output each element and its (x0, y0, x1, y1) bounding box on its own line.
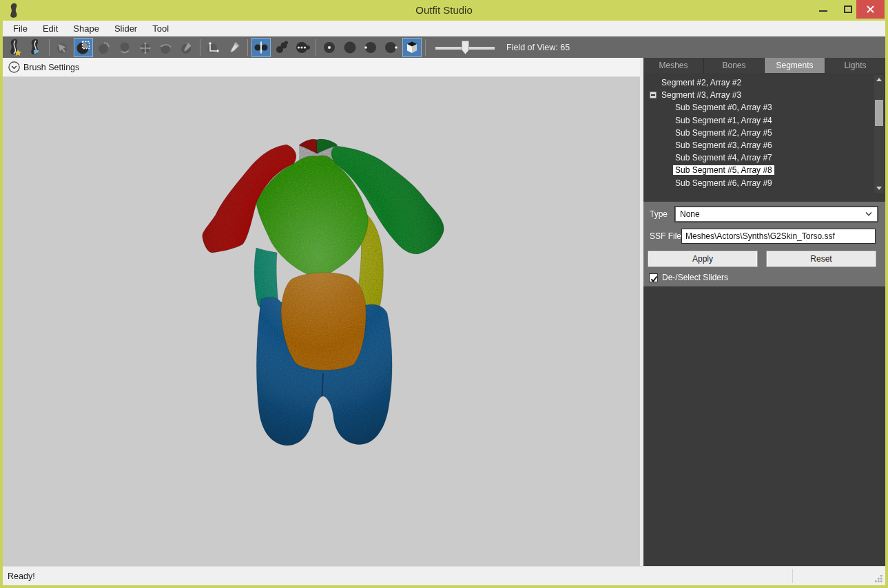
tab-segments[interactable]: Segments (765, 58, 825, 73)
tree-scrollbar[interactable] (874, 75, 884, 193)
fov-label: Field of View: 65 (506, 43, 570, 52)
viewport-3d[interactable] (3, 77, 640, 566)
menu-bar: File Edit Shape Slider Tool (3, 21, 885, 36)
menu-file[interactable]: File (6, 21, 35, 36)
workspace: Brush Settings (3, 58, 640, 566)
collapse-chevron-icon[interactable] (8, 61, 20, 73)
title-bar[interactable]: Outfit Studio (0, 0, 888, 21)
brush-size-icon[interactable] (320, 38, 339, 57)
brush-settings-label: Brush Settings (23, 63, 79, 72)
panel-gap (643, 195, 885, 202)
toolbar-separator (247, 39, 248, 56)
collapse-box-icon[interactable] (650, 92, 657, 98)
brush-settings-bar[interactable]: Brush Settings (3, 58, 640, 77)
scrollbar-thumb[interactable] (875, 100, 883, 126)
checkbox-check-icon[interactable] (649, 273, 658, 282)
scroll-down-icon[interactable] (874, 184, 884, 193)
tab-bones[interactable]: Bones (704, 58, 765, 73)
type-value: None (680, 209, 865, 219)
type-dropdown[interactable]: None (675, 207, 878, 222)
tree-item[interactable]: Sub Segment #1, Array #4 (643, 114, 885, 127)
menu-edit[interactable]: Edit (35, 21, 65, 36)
connected-only-icon[interactable] (272, 38, 291, 57)
panel-empty-area (643, 286, 885, 566)
inflate-brush-icon[interactable] (94, 38, 114, 57)
tree-item[interactable]: Sub Segment #3, Array #6 (643, 139, 885, 151)
reset-button[interactable]: Reset (766, 251, 876, 267)
status-message: Ready! (8, 571, 35, 581)
ssf-file-label: SSF File (650, 231, 681, 241)
tab-meshes[interactable]: Meshes (643, 58, 704, 73)
type-label: Type (650, 209, 668, 219)
global-collision-icon[interactable] (293, 38, 312, 57)
tree-item[interactable]: Segment #2, Array #2 (643, 76, 885, 89)
segment-tree: Segment #2, Array #2 Segment #3, Array #… (643, 73, 885, 195)
perspective-toggle-icon[interactable] (402, 38, 422, 57)
status-bar: Ready! (3, 566, 885, 585)
ssf-file-input[interactable] (681, 229, 876, 244)
menu-tool[interactable]: Tool (145, 21, 176, 36)
tree-item[interactable]: Segment #3, Array #3 (643, 89, 885, 101)
window-title: Outfit Studio (0, 4, 888, 16)
pivot-tool-icon[interactable] (225, 38, 244, 57)
checkbox-label: De-/Select Sliders (662, 273, 728, 282)
tree-item[interactable]: Sub Segment #0, Array #3 (643, 101, 885, 114)
maximize-icon[interactable] (844, 6, 852, 13)
status-separator (792, 569, 793, 583)
tree-item-selected[interactable]: Sub Segment #5, Array #8 (643, 164, 885, 176)
toolbar: Field of View: 65 (3, 36, 885, 58)
fov-slider-thumb[interactable] (462, 41, 469, 54)
menu-shape[interactable]: Shape (65, 21, 107, 36)
panel-tabbar: Meshes Bones Segments Lights (643, 58, 885, 73)
outfit-studio-window: Outfit Studio File Edit Shape Slider Too… (0, 0, 888, 588)
resize-grip[interactable] (874, 574, 883, 583)
chevron-down-icon (865, 212, 872, 216)
menu-slider[interactable]: Slider (107, 21, 145, 36)
apply-button[interactable]: Apply (648, 251, 758, 267)
new-project-icon[interactable] (6, 38, 25, 57)
right-panel: Meshes Bones Segments Lights Segment #2,… (643, 58, 885, 566)
scroll-up-icon[interactable] (874, 75, 884, 84)
torso-mesh-model[interactable] (196, 136, 451, 452)
toolbar-separator (316, 39, 316, 56)
close-icon[interactable] (856, 0, 885, 19)
brush-strength-icon[interactable] (340, 38, 360, 57)
tab-lights[interactable]: Lights (825, 58, 885, 73)
tree-item[interactable]: Sub Segment #6, Array #9 (643, 177, 885, 189)
mirror-toggle-icon[interactable] (251, 38, 271, 57)
transform-tool-icon[interactable] (204, 38, 223, 57)
brush-focus-icon[interactable] (361, 38, 380, 57)
minimize-icon[interactable] (819, 10, 827, 12)
deselect-sliders-checkbox[interactable]: De-/Select Sliders (649, 273, 728, 282)
smooth-brush-icon[interactable] (156, 38, 176, 57)
tree-item[interactable]: Sub Segment #2, Array #5 (643, 127, 885, 139)
select-tool-icon[interactable] (53, 38, 72, 57)
toolbar-separator (200, 39, 200, 56)
brush-spacing-icon[interactable] (382, 38, 401, 57)
undiff-brush-icon[interactable] (177, 38, 196, 57)
mask-brush-icon[interactable] (74, 38, 93, 57)
tree-item[interactable]: Sub Segment #4, Array #7 (643, 151, 885, 164)
load-project-icon[interactable] (26, 38, 45, 57)
toolbar-separator (49, 39, 50, 56)
move-brush-icon[interactable] (136, 38, 155, 57)
deflate-brush-icon[interactable] (115, 38, 134, 57)
segment-properties: Type None SSF File Apply Reset De-/Selec… (643, 202, 885, 286)
toolbar-separator (425, 39, 426, 56)
fov-slider[interactable] (435, 38, 495, 57)
